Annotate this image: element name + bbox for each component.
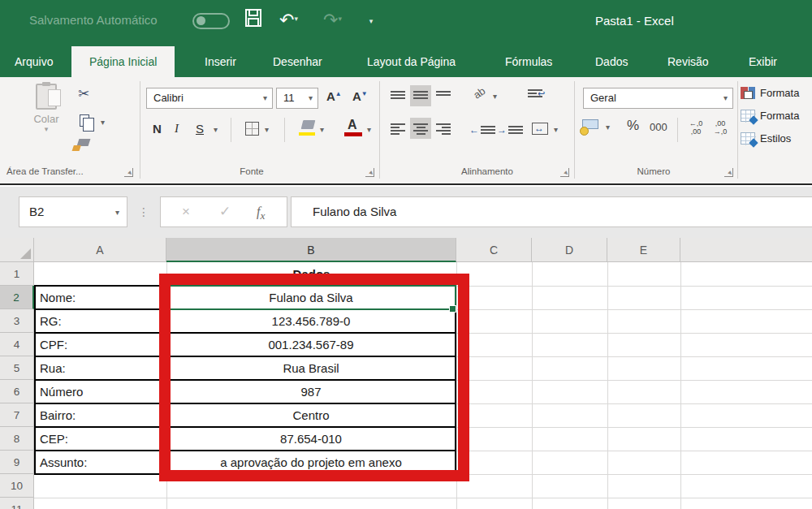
align-bottom-button[interactable] [436,91,451,96]
font-size-combo[interactable]: 11 ▾ [276,88,318,109]
number-dialog-launcher[interactable]: ▾ [724,168,733,177]
row-header-5[interactable]: 5 [0,356,34,380]
cell-a4[interactable]: CPF: [36,333,158,356]
row-header-8[interactable]: 8 [0,427,34,451]
tab-pagina-inicial[interactable]: Página Inicial [71,46,175,77]
row-header-1[interactable]: 1 [0,262,34,286]
cell-styles-button[interactable]: Estilos [741,128,791,148]
row-header-9[interactable]: 9 [0,451,34,474]
cell-a5[interactable]: Rua: [36,356,158,380]
borders-caret-icon[interactable]: ▾ [265,125,269,134]
cut-button[interactable]: ✂ [78,85,89,102]
format-painter-button[interactable] [77,139,91,146]
fill-color-button[interactable] [299,132,315,136]
increase-decimal-button[interactable]: ←,0,00 [684,119,708,136]
conditional-formatting-button[interactable]: Formata [741,83,799,102]
borders-button[interactable] [245,122,259,136]
redo-icon: ↷ [323,10,338,30]
undo-button[interactable]: ↶▾ [279,8,298,32]
autosave-toggle[interactable] [192,13,230,29]
paste-caret-icon: ▾ [23,125,70,133]
column-header-d[interactable]: D [532,238,607,262]
align-middle-button[interactable] [413,91,428,99]
row-header-10[interactable]: 10 [0,474,34,498]
cell-a6[interactable]: Número [36,380,158,403]
enter-icon[interactable]: ✓ [219,197,231,226]
tab-formulas[interactable]: Fórmulas [500,46,557,77]
grow-font-button[interactable]: A▲ [326,89,342,103]
merge-caret-icon[interactable]: ▾ [554,125,558,134]
formula-content: Fulano da Silva [313,197,396,226]
bold-button[interactable]: N [153,122,162,136]
cell-a8[interactable]: CEP: [36,427,158,451]
select-all-button[interactable] [0,238,34,262]
tab-exibir[interactable]: Exibir [744,46,782,77]
underline-caret-icon[interactable]: ▾ [214,125,218,134]
italic-button[interactable]: I [175,122,179,136]
orientation-button[interactable]: ab [471,84,487,101]
number-format-combo[interactable]: Geral ▾ [583,88,733,109]
row-header-4[interactable]: 4 [0,333,34,356]
alignment-dialog-launcher[interactable]: ▾ [560,168,569,177]
redo-button[interactable]: ↷▾ [323,8,342,32]
decrease-decimal-button[interactable]: ,00→,0 [708,119,732,136]
font-color-caret-icon[interactable]: ▾ [367,125,371,134]
format-as-table-button[interactable]: Formata [741,106,799,125]
formula-input[interactable]: Fulano da Silva [291,196,812,227]
row-header-6[interactable]: 6 [0,380,34,403]
row-header-11[interactable]: 11 [0,498,34,509]
cell-a2[interactable]: Nome: [36,286,158,309]
fill-color-icon[interactable] [301,120,316,129]
column-header-c[interactable]: C [456,238,532,262]
cell-a3[interactable]: RG: [36,309,158,333]
tab-dados[interactable]: Dados [590,46,633,77]
accounting-caret-icon[interactable]: ▾ [606,123,610,132]
name-box[interactable]: B2 ▾ [19,196,127,227]
cell-a7[interactable]: Bairro: [36,403,158,427]
cell-a9[interactable]: Assunto: [36,451,158,474]
comma-style-button[interactable]: 000 [650,121,667,133]
align-top-button[interactable] [391,91,405,99]
increase-indent-arrow-icon: → [497,124,507,136]
align-left-button[interactable] [391,123,405,135]
shrink-font-button[interactable]: A▼ [352,89,368,103]
paste-button[interactable]: Colar ▾ [23,84,70,162]
percent-style-button[interactable]: % [627,118,639,134]
fill-caret-icon[interactable]: ▾ [320,125,324,134]
undo-icon: ↶ [279,10,294,30]
column-header-b[interactable]: B [166,238,456,262]
clipboard-dialog-launcher[interactable]: ▾ [124,168,133,177]
align-right-button[interactable] [436,123,451,135]
column-header-e[interactable]: E [607,238,680,262]
row-header-2[interactable]: 2 [0,286,34,309]
tab-revisao[interactable]: Revisão [663,46,714,77]
tab-layout-da-pagina[interactable]: Layout da Página [362,46,460,77]
row-header-3[interactable]: 3 [0,309,34,333]
title-bar: Salvamento Automático ↶▾ ↷▾ ▾ Pasta1 - E… [0,0,812,77]
font-dialog-launcher[interactable]: ▾ [365,168,374,177]
accounting-format-button[interactable] [582,119,598,129]
cancel-icon[interactable]: × [182,197,190,226]
save-button[interactable] [244,8,262,31]
decrease-indent-arrow-icon: ← [469,124,479,136]
orientation-caret-icon[interactable]: ▾ [493,92,497,101]
font-color-button[interactable]: A [348,118,357,132]
row-header-7[interactable]: 7 [0,403,34,427]
tab-inserir[interactable]: Inserir [200,46,241,77]
copy-caret-icon[interactable]: ▾ [101,118,105,127]
copy-button[interactable] [80,114,89,127]
customize-qat-button[interactable]: ▾ [365,12,377,27]
column-header-a[interactable]: A [34,238,166,262]
font-name-combo[interactable]: Calibri ▾ [146,88,273,109]
font-name-value: Calibri [153,92,184,104]
insert-function-icon[interactable]: fx [257,197,265,231]
underline-button[interactable]: S [196,122,204,136]
save-icon [244,8,262,28]
column-header-f[interactable] [680,238,812,262]
cell-styles-icon [741,132,755,145]
tab-desenhar[interactable]: Desenhar [268,46,327,77]
decrease-indent-button[interactable] [481,126,492,134]
align-center-button[interactable] [413,123,428,135]
increase-indent-button[interactable] [508,126,520,134]
tab-arquivo[interactable]: Arquivo [10,46,58,77]
